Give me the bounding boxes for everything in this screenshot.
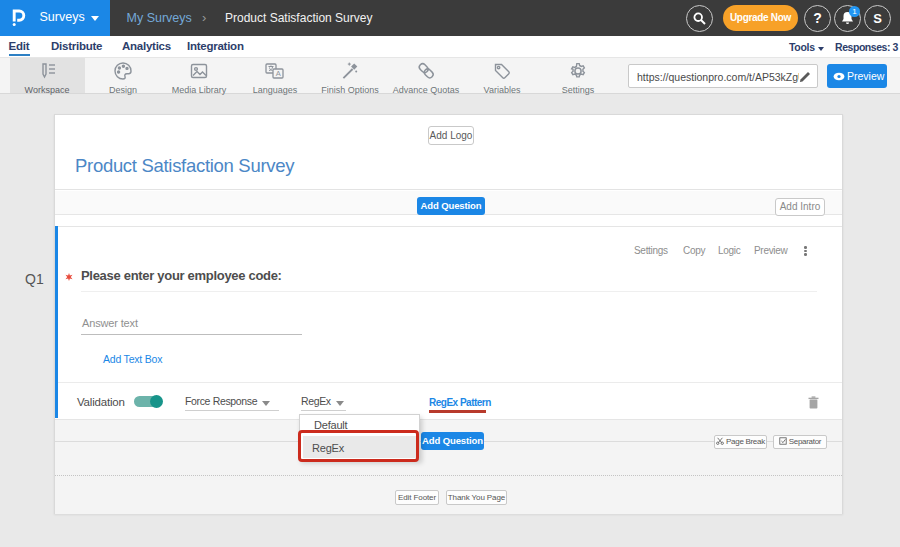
svg-text:A: A (276, 69, 281, 78)
